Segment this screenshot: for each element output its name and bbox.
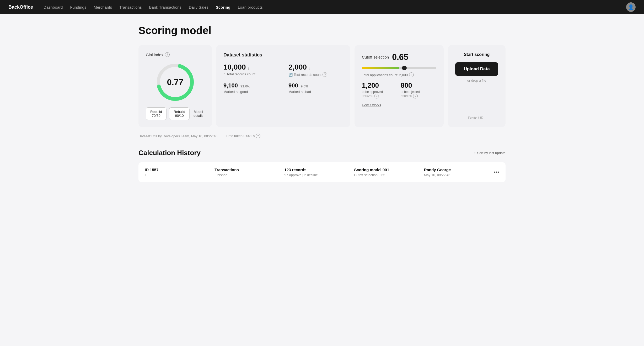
nav-merchants[interactable]: Merchants (94, 5, 112, 9)
test-records-help-icon[interactable]: ? (323, 72, 327, 77)
time-info: Time taken 0.001 s ? (226, 134, 260, 138)
upload-data-button[interactable]: Upload Data (455, 62, 498, 76)
meta-row: Dataset1.xls by Developers Team, May 10,… (138, 134, 506, 138)
history-id-label: ID 1557 (145, 167, 214, 172)
nav-loan-products[interactable]: Loan products (238, 5, 263, 9)
total-records-arrow: ↓ (248, 66, 249, 70)
rejected-label: to be rejected (401, 90, 436, 94)
nav-daily-sales[interactable]: Daily Sales (189, 5, 208, 9)
cards-row: Gini index ? 0.77 Rebuild 70/30 Rebuild … (138, 45, 506, 127)
gini-chart: 0.77 (154, 61, 196, 103)
start-scoring-title: Start scoring (464, 52, 490, 57)
rebuild-90-10-button[interactable]: Rebuild 90/10 (169, 107, 190, 120)
bad-records-label: Marked as bad (288, 90, 343, 94)
gini-help-icon[interactable]: ? (165, 52, 170, 57)
sort-button[interactable]: ↕ Sort by last update (474, 151, 506, 155)
dataset-grid: 10,000 ↓ ○ Total records count 2,000 ↓ (223, 63, 343, 94)
approved-help-icon[interactable]: ? (374, 94, 379, 98)
history-records-col: 123 records 97 approve | 2 decline (284, 167, 354, 177)
nav-fundings[interactable]: Fundings (70, 5, 86, 9)
upload-section: Upload Data or drop a file (455, 62, 498, 85)
cutoff-stats: 1,200 to be approved 950/250 ? 800 to be… (362, 81, 436, 98)
rebuild-70-30-button[interactable]: Rebuild 70/30 (146, 107, 167, 120)
approved-num: 1,200 (362, 81, 398, 90)
total-records-value: 10,000 (223, 63, 246, 71)
dataset-title: Dataset statistics (223, 52, 343, 58)
paste-url-label[interactable]: Paste URL (468, 112, 486, 120)
history-id-col: ID 1557 1 (145, 167, 214, 177)
bad-records-value: 900 (288, 82, 298, 89)
cutoff-apps-help-icon[interactable]: ? (409, 72, 414, 77)
cutoff-title: Cutoff selection (362, 55, 389, 59)
cutoff-value: 0.65 (392, 52, 408, 62)
gini-buttons: Rebuild 70/30 Rebuild 90/10 Model detail… (146, 107, 205, 120)
start-scoring-card: Start scoring Upload Data or drop a file… (448, 45, 506, 127)
total-records-label: ○ Total records count (223, 72, 278, 76)
cutoff-thumb[interactable] (402, 66, 407, 70)
history-type-label: Transactions (214, 167, 284, 172)
test-records-stat: 2,000 ↓ 🔄 Test records count ? (288, 63, 343, 77)
avatar[interactable]: 👤 (626, 2, 636, 12)
page-title: Scoring model (138, 25, 506, 36)
dataset-card: Dataset statistics 10,000 ↓ ○ Total reco… (216, 45, 350, 127)
approved-sub: 950/250 (362, 94, 373, 98)
approved-stat: 1,200 to be approved 950/250 ? (362, 81, 398, 98)
rejected-num: 800 (401, 81, 436, 90)
time-help-icon[interactable]: ? (256, 134, 260, 138)
gini-card: Gini index ? 0.77 Rebuild 70/30 Rebuild … (138, 45, 212, 127)
gini-value: 0.77 (167, 77, 183, 87)
history-section-header: Calculation History ↕ Sort by last updat… (138, 149, 506, 157)
how-it-works-link[interactable]: How it works (362, 103, 381, 107)
history-type-col: Transactions Finished (214, 167, 284, 177)
or-drop-label: or drop a file (455, 78, 498, 82)
history-user-label: Randy George (424, 167, 494, 172)
nav-dashboard[interactable]: Dashboard (44, 5, 63, 9)
sort-label: Sort by last update (477, 151, 506, 155)
total-records-stat: 10,000 ↓ ○ Total records count (223, 63, 278, 77)
cutoff-apps-label: Total applications count: 2,000 ? (362, 72, 436, 77)
good-records-value: 9,100 (223, 82, 238, 89)
history-records-label: 123 records (284, 167, 354, 172)
cutoff-card: Cutoff selection 0.65 Total applications… (355, 45, 444, 127)
test-records-arrow: ↓ (308, 66, 310, 70)
sort-icon: ↕ (474, 151, 476, 155)
main-content: Scoring model Gini index ? 0.77 (128, 14, 516, 198)
history-user-col: Randy George May 10, 08:22:46 (424, 167, 494, 177)
bad-records-pct: 9.0% (301, 84, 309, 88)
history-id-sub: 1 (145, 173, 214, 177)
good-records-pct: 91.0% (240, 84, 250, 88)
history-model-label: Scoring model 001 (354, 167, 424, 172)
file-info: Dataset1.xls by Developers Team, May 10,… (138, 134, 217, 138)
history-title: Calculation History (138, 149, 201, 157)
test-records-value: 2,000 (288, 63, 307, 71)
nav-scoring[interactable]: Scoring (216, 5, 230, 9)
good-records-stat: 9,100 91.0% Marked as good (223, 82, 278, 94)
navbar: BackOffice Dashboard Fundings Merchants … (0, 0, 644, 14)
rejected-stat: 800 to be rejected 650/150 ? (401, 81, 436, 98)
rejected-sub: 650/150 (401, 94, 412, 98)
gini-chart-wrap: 0.77 (146, 61, 205, 103)
history-model-sub: Cutoff selection 0.65 (354, 173, 424, 177)
history-model-col: Scoring model 001 Cutoff selection 0.65 (354, 167, 424, 177)
cutoff-slider-track[interactable] (362, 67, 436, 69)
bad-records-stat: 900 9.0% Marked as bad (288, 82, 343, 94)
cutoff-header: Cutoff selection 0.65 (362, 52, 436, 62)
approved-label: to be approved (362, 90, 398, 94)
history-more-button[interactable]: ••• (494, 169, 499, 175)
logo[interactable]: BackOffice (8, 4, 33, 10)
nav-links: Dashboard Fundings Merchants Transaction… (44, 5, 618, 9)
nav-transactions[interactable]: Transactions (119, 5, 142, 9)
test-records-label: 🔄 Test records count ? (288, 72, 343, 77)
history-row: ID 1557 1 Transactions Finished 123 reco… (138, 162, 506, 182)
gini-label: Gini index ? (146, 52, 205, 57)
history-user-sub: May 10, 08:22:46 (424, 173, 494, 177)
rejected-help-icon[interactable]: ? (413, 94, 418, 98)
history-records-sub: 97 approve | 2 decline (284, 173, 354, 177)
good-records-label: Marked as good (223, 90, 278, 94)
model-details-button[interactable]: Model details (192, 107, 205, 120)
nav-bank-transactions[interactable]: Bank Transactions (149, 5, 181, 9)
history-type-sub: Finished (214, 173, 284, 177)
